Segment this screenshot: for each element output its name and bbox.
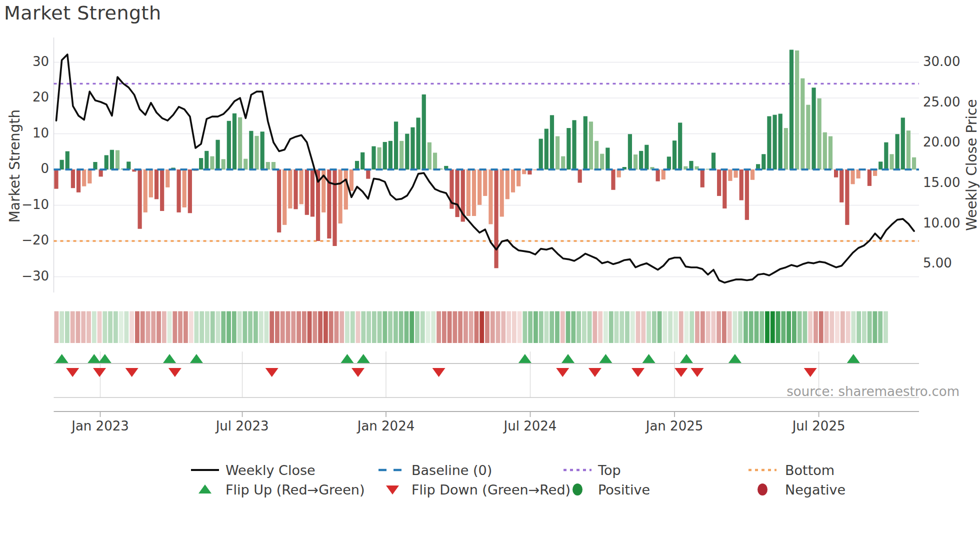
strength-bar (350, 170, 354, 191)
strength-bar (762, 154, 766, 170)
strength-bar (856, 170, 860, 178)
baseline-swatch-icon (378, 460, 408, 480)
strength-bar (360, 152, 364, 170)
heatmap-cell (819, 312, 824, 344)
heatmap-cell (205, 312, 210, 344)
heatmap-cell (781, 312, 786, 344)
heatmap-cell (835, 312, 840, 344)
flip-up-marker (518, 354, 532, 363)
heatmap-cell (716, 312, 721, 344)
heatmap-cell (238, 312, 242, 344)
heatmap-cell (668, 312, 672, 344)
heatmap-cell (458, 312, 462, 344)
strength-bar (639, 151, 643, 170)
strength-bar (372, 146, 376, 170)
strength-bar (644, 145, 648, 170)
legend-label: Top (598, 462, 621, 478)
heatmap-cell (770, 312, 775, 344)
strength-bar (667, 156, 671, 170)
strength-bar (656, 170, 660, 182)
strength-bar (99, 170, 103, 176)
strength-bar (366, 170, 370, 179)
strength-bar (176, 170, 180, 212)
right-axis-tick: 25.00 (923, 94, 960, 110)
heatmap-cell (609, 312, 614, 344)
legend-label: Baseline (0) (412, 462, 492, 478)
flip-down-marker (266, 368, 278, 377)
strength-bar (199, 158, 203, 170)
flip-down-icon (378, 480, 408, 500)
strength-bar (455, 170, 459, 217)
heatmap-cell (555, 312, 560, 344)
flip-down-marker (66, 368, 79, 377)
strength-bar (778, 114, 782, 170)
strength-bar (628, 134, 632, 170)
strength-bar (82, 170, 86, 186)
strength-bar (149, 170, 153, 198)
heatmap-cell (431, 312, 436, 344)
strength-bar (232, 114, 236, 170)
legend-item-weekly-close: Weekly Close (190, 460, 316, 480)
heatmap-cell (436, 312, 441, 344)
heatmap-cell (798, 312, 802, 344)
strength-bar (611, 170, 615, 190)
x-axis-tick-label: Jul 2025 (792, 418, 846, 434)
strength-bar (249, 131, 253, 170)
heatmap-cell (76, 312, 80, 344)
heatmap-cell (130, 312, 134, 344)
strength-bar (511, 170, 515, 192)
heatmap-cell (264, 312, 269, 344)
heatmap-cell (210, 312, 215, 344)
strength-bar (700, 170, 704, 188)
strength-bar (584, 116, 588, 170)
strength-bar (750, 170, 754, 180)
heatmap-cell (518, 312, 522, 344)
heatmap-cell (452, 312, 457, 344)
x-axis-tick-label: Jan 2024 (358, 418, 415, 434)
strength-bar (806, 105, 810, 170)
strength-bar (912, 158, 916, 170)
heatmap-cell (646, 312, 651, 344)
flip-up-marker (562, 354, 574, 363)
strength-bar (488, 170, 492, 224)
strength-bar (566, 128, 570, 170)
strength-bar (823, 132, 827, 170)
strength-bar (160, 170, 164, 211)
heatmap-cell (496, 312, 500, 344)
right-axis-tick: 15.00 (923, 175, 960, 190)
heatmap-cell (221, 312, 226, 344)
strength-bar (126, 162, 130, 170)
strength-bar (734, 170, 738, 178)
heatmap-cell (485, 312, 490, 344)
strength-bar (772, 115, 776, 170)
strength-bar (606, 148, 610, 170)
strength-bar (204, 151, 208, 170)
heatmap-cell (744, 312, 748, 344)
strength-bar (840, 170, 844, 202)
strength-bar (800, 78, 804, 170)
weekly-close-swatch-icon (190, 460, 221, 480)
heatmap-cell (394, 312, 398, 344)
heatmap-cell (226, 312, 231, 344)
heatmap-cell (684, 312, 689, 344)
heatmap-cell (194, 312, 199, 344)
strength-bar (277, 170, 281, 232)
heatmap-cell (296, 312, 301, 344)
strength-bar (182, 170, 186, 208)
flip-down-marker (126, 368, 138, 377)
strength-bar (344, 170, 348, 210)
heatmap-cell (840, 312, 845, 344)
heatmap-cell (102, 312, 107, 344)
flip-up-marker (847, 354, 860, 363)
positive-dot-icon (562, 480, 594, 500)
heatmap-cell (522, 312, 527, 344)
heatmap-cell (60, 312, 64, 344)
heatmap-cell (786, 312, 791, 344)
strength-bar (210, 156, 214, 170)
heatmap-cell (614, 312, 619, 344)
heatmap-cell (528, 312, 532, 344)
strength-bar (901, 118, 905, 170)
strength-bar (54, 170, 58, 189)
source-credit: source: sharemaestro.com (786, 384, 960, 399)
strength-bar (728, 170, 732, 181)
